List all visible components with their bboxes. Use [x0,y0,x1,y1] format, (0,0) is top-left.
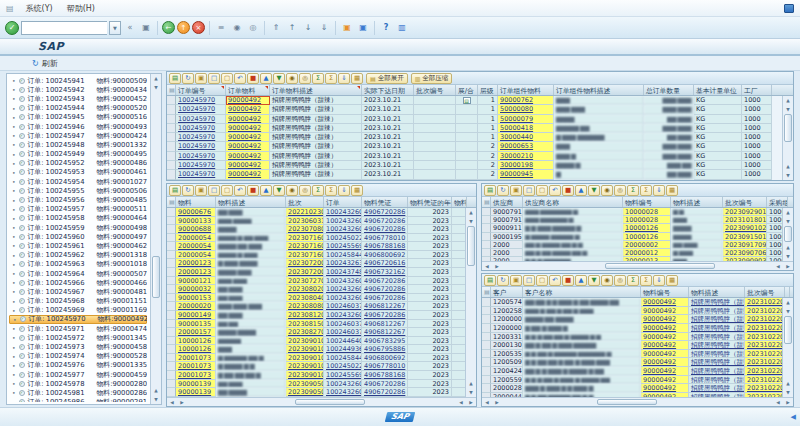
grid-link-cell[interactable]: 4906720286 [362,294,408,303]
grid-link-cell[interactable]: 90000492 [641,324,689,333]
grid-link-cell[interactable]: 招牌黑鸭鸭脖（甜辣） [689,324,745,333]
grid-link-cell[interactable]: 90000492 [226,133,270,142]
column-header[interactable]: 物料凭 [452,197,467,207]
grid-link-cell[interactable]: 2023090903 [723,257,767,261]
scroll-left-icon[interactable]: ◀ [167,398,177,406]
new-document-icon[interactable]: □ [208,73,220,84]
grid-link-cell[interactable]: 9000791 [491,216,523,224]
row-select-cell[interactable] [482,307,491,316]
filter-icon[interactable]: ▼ [273,73,285,84]
grid-link-cell[interactable]: 2023081208 [286,311,324,320]
column-header[interactable]: 层级 [478,85,498,95]
grid-link-cell[interactable]: 1200000 [491,315,523,324]
back-icon[interactable]: ← [162,21,175,34]
grid-link-cell[interactable]: 100245970 [176,133,226,142]
grid-link-cell[interactable]: 4906812267 [362,328,408,337]
layout-icon[interactable]: ▦ [666,185,678,196]
grid-link-cell[interactable]: ▤ [456,96,478,105]
grid-link-cell[interactable]: 100245970 [176,161,226,170]
command-dropdown-icon[interactable]: ▼ [109,21,121,35]
grid-link-cell[interactable]: 2023090102 [286,345,324,354]
grid-link-cell[interactable]: 2022102302 [286,208,324,217]
horizontal-scrollbar[interactable]: ◀▶◀▶ [167,397,476,406]
scrollbar-thumb[interactable] [784,226,792,242]
customize-icon[interactable]: ▥ [395,21,409,35]
choose-details-icon[interactable]: ▤ [169,73,181,84]
select-all-button[interactable]: ▤ [167,197,176,207]
grid-link-cell[interactable]: 100245970 [176,105,226,114]
last-page-icon[interactable]: ⇓ [317,21,331,35]
column-header[interactable]: 物料描述 [689,287,745,297]
row-select-cell[interactable] [167,105,176,114]
grid-link-cell[interactable]: 90000492 [641,298,689,307]
grid-link-cell[interactable]: 2000 [491,249,523,257]
grid-link-cell[interactable]: 20001073 [176,371,216,380]
grid-link-cell[interactable]: 4906720286 [362,208,408,217]
cancel-icon[interactable]: × [192,21,205,34]
scroll-up-icon[interactable]: ▲ [783,96,793,105]
scroll-down-icon[interactable]: ▼ [783,105,793,114]
row-select-cell[interactable] [167,337,176,346]
scroll-up-icon[interactable]: ▲ [783,208,793,217]
grid-link-cell[interactable]: 1200559 [491,376,523,385]
column-header[interactable]: 批次 [286,197,324,207]
grid-link-cell[interactable]: 2023102201 [745,341,785,350]
grid-link-cell[interactable]: 2023091501 [723,233,767,241]
grid-link-cell[interactable]: 20000012 [623,249,671,257]
grid-link-cell[interactable]: 100245569 [324,242,362,251]
grid-link-cell[interactable] [456,115,478,124]
grid-link-cell[interactable]: 100243260 [324,225,362,234]
choose-details-icon[interactable]: ▤ [484,185,496,196]
column-header[interactable]: 供应商名称 [523,197,623,207]
grid-link-cell[interactable]: 90000135 [176,320,216,329]
row-select-cell[interactable] [167,311,176,320]
grid-link-cell[interactable]: 90000676 [176,208,216,217]
vertical-scrollbar[interactable]: ▲▼▲▼ [782,208,793,261]
grid-link-cell[interactable]: 90000492 [641,358,689,367]
export-icon[interactable]: ⇓ [338,73,350,84]
undo-icon[interactable]: ↶ [549,185,561,196]
grid-link-cell[interactable] [456,105,478,114]
enter-icon[interactable]: ✓ [5,21,19,35]
grid-link-cell[interactable]: 100245970 [176,142,226,151]
new-document-icon[interactable]: □ [523,185,535,196]
row-select-cell[interactable] [167,225,176,234]
column-header[interactable]: 订单物料 [226,85,270,95]
grid-link-cell[interactable]: 100243260 [324,285,362,294]
row-select-cell[interactable] [482,315,491,324]
grid-link-cell[interactable]: 2023080202 [286,285,324,294]
grid-link-cell[interactable]: 2023102201 [745,350,785,359]
column-header[interactable]: 物料编号 [623,197,671,207]
column-header[interactable]: 订单物料描述 [270,85,362,95]
row-select-cell[interactable] [167,371,176,380]
vertical-scrollbar[interactable]: ▲▼▲▼ [465,208,476,397]
grid-link-cell[interactable]: 30000440 [498,133,554,142]
column-header[interactable]: 订单组件物料 [498,85,554,95]
scrollbar-thumb[interactable] [784,316,792,344]
grid-link-cell[interactable]: 10000126 [176,337,216,346]
grid-link-cell[interactable]: 2023082703 [286,328,324,337]
grid-link-cell[interactable]: 4906812267 [362,320,408,329]
total-icon[interactable]: Σ [627,185,639,196]
grid-link-cell[interactable]: 招牌黑鸭鸭脖（甜辣） [689,350,745,359]
grid-link-cell[interactable]: 2023090106 [286,371,324,380]
subtotal-icon[interactable]: Σ [325,185,337,196]
grid-link-cell[interactable]: 1200509 [491,358,523,367]
grid-link-cell[interactable]: 4906778010 [362,234,408,243]
scroll-up-icon[interactable]: ▲ [466,379,476,388]
grid-link-cell[interactable]: 4906778010 [362,362,408,371]
delete-row-icon[interactable]: ■ [562,275,574,286]
grid-link-cell[interactable]: 90000492 [641,393,689,397]
export-icon[interactable]: ⇓ [653,185,665,196]
layout-icon[interactable]: ▦ [351,185,363,196]
grid-link-cell[interactable]: 100245970 [176,152,226,161]
row-select-cell[interactable] [167,170,176,179]
grid-link-cell[interactable]: 50000418 [498,124,554,133]
grid-link-cell[interactable]: 90000492 [641,307,689,316]
grid-link-cell[interactable]: 2023080403 [286,294,324,303]
grid-link-cell[interactable]: 招牌黑鸭鸭脖（甜辣） [689,307,745,316]
row-select-cell[interactable] [167,217,176,226]
export-icon[interactable]: ⇓ [653,275,665,286]
undo-icon[interactable]: ↶ [234,185,246,196]
grid-link-cell[interactable]: 20000054 [176,242,216,251]
